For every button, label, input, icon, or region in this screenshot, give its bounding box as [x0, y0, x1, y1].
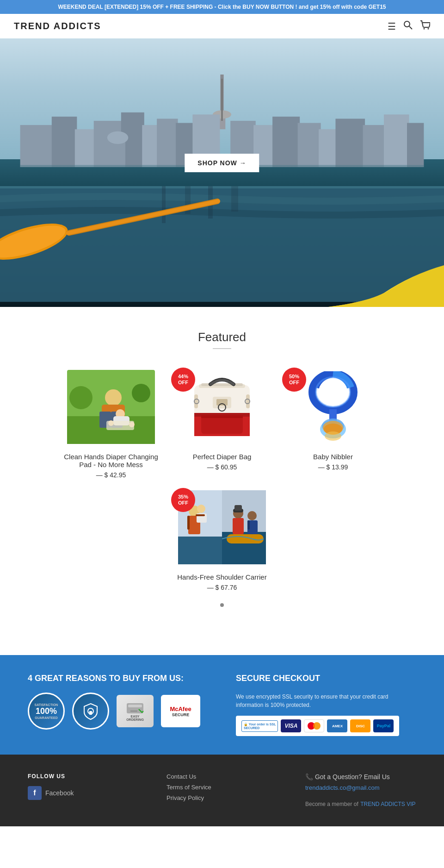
svg-rect-7 [221, 79, 223, 121]
footer-vip-text: Become a member of TREND ADDICTS VIP [305, 799, 416, 808]
paypal-card: PayPal [373, 719, 394, 732]
logo[interactable]: TREND ADDICTS [14, 21, 101, 31]
svg-rect-22 [335, 119, 365, 168]
payment-badges: 🔒 Your order is SSL SECURED VISA AMEX DI… [236, 716, 399, 736]
svg-rect-51 [106, 421, 134, 430]
svg-rect-10 [75, 130, 96, 168]
product-card-carrier[interactable]: 35%OFF [171, 488, 273, 591]
footer-follow-us: FOLLOW US f Facebook [28, 773, 139, 808]
product-card-diaper-pad[interactable]: Clean Hands Diaper Changing Pad - No Mor… [60, 368, 162, 479]
product-card-diaper-bag[interactable]: 44%OFF [171, 368, 273, 479]
svg-point-73 [325, 431, 341, 441]
svg-rect-31 [162, 186, 166, 223]
announcement-bar: WEEKEND DEAL [EXTENDED] 15% OFF + FREE S… [0, 0, 444, 14]
diaper-pad-image [67, 370, 155, 444]
svg-point-79 [197, 505, 205, 513]
pagination-dot-1[interactable] [220, 603, 224, 607]
svg-point-0 [404, 21, 410, 27]
footer-question-text: 📞 Got a Question? Email Us [305, 773, 416, 781]
footer-link-contact[interactable]: Contact Us [166, 773, 278, 780]
footer-become-label: Become a member of [305, 801, 358, 807]
svg-point-72 [316, 377, 350, 407]
hero-background [0, 38, 444, 307]
badge-secure [72, 693, 109, 730]
header-icons: ☰ [388, 20, 430, 32]
svg-line-1 [409, 26, 412, 29]
product-image-nibbler: 50%OFF [282, 368, 384, 446]
svg-rect-21 [319, 130, 338, 168]
svg-rect-82 [196, 514, 205, 516]
featured-divider [213, 348, 231, 349]
product-card-nibbler[interactable]: 50%OFF [282, 368, 384, 479]
svg-rect-13 [142, 125, 159, 167]
footer-links-col: Contact Us Terms of Service Privacy Poli… [166, 773, 278, 808]
svg-point-88 [247, 511, 257, 520]
header: TREND ADDICTS ☰ [0, 14, 444, 38]
svg-point-3 [428, 28, 429, 30]
badge-mcafee: McAfee SECURE [161, 695, 200, 727]
footer-email[interactable]: trendaddicts.co@gmail.com [305, 784, 416, 791]
svg-rect-58 [201, 383, 243, 386]
svg-rect-90 [227, 534, 264, 543]
svg-point-2 [424, 28, 425, 30]
featured-section: Featured [0, 307, 444, 637]
search-icon[interactable] [403, 20, 413, 32]
skyline-svg [0, 75, 444, 167]
footer-link-terms[interactable]: Terms of Service [166, 784, 278, 791]
svg-rect-25 [407, 123, 424, 167]
svg-rect-8 [20, 125, 54, 167]
kayak-svg [328, 265, 444, 307]
footer-contact-col: 📞 Got a Question? Email Us trendaddicts.… [305, 773, 416, 808]
product-image-diaper-pad [60, 368, 162, 446]
diaper-bag-image [185, 371, 259, 443]
kayak [328, 265, 444, 307]
svg-rect-60 [246, 394, 250, 408]
svg-rect-81 [187, 516, 190, 530]
discover-card: DISC [350, 719, 370, 732]
svg-point-41 [69, 386, 92, 409]
svg-point-27 [107, 131, 128, 144]
svg-rect-19 [272, 117, 300, 167]
product-name-carrier: Hands-Free Shoulder Carrier [171, 573, 273, 581]
badge-satisfaction: SATISFACTION 100% GUARANTEED [28, 693, 65, 730]
ssl-badge: 🔒 Your order is SSL SECURED [241, 720, 278, 732]
facebook-icon: f [28, 786, 42, 800]
product-badge-carrier: 35%OFF [171, 488, 195, 512]
svg-rect-56 [201, 415, 243, 418]
footer-follow-heading: FOLLOW US [28, 773, 139, 780]
product-name-diaper-pad: Clean Hands Diaper Changing Pad - No Mor… [60, 453, 162, 468]
product-name-diaper-bag: Perfect Diaper Bag [171, 453, 273, 461]
svg-rect-85 [233, 518, 244, 534]
footer-vip-link[interactable]: TREND ADDICTS VIP [360, 801, 415, 807]
nav-menu-icon[interactable]: ☰ [388, 21, 396, 32]
svg-rect-14 [157, 119, 178, 168]
svg-rect-62 [216, 399, 228, 406]
trust-left: 4 GREAT REASONS TO BUY FROM US: SATISFAC… [28, 674, 208, 736]
svg-rect-23 [363, 125, 386, 167]
badge-easy: EASY ORDERING [117, 695, 154, 727]
facebook-label: Facebook [45, 789, 74, 797]
product-image-diaper-bag: 44%OFF [171, 368, 273, 446]
cart-icon[interactable] [420, 20, 430, 32]
svg-point-43 [105, 389, 122, 406]
svg-rect-34 [231, 186, 238, 212]
shop-now-button[interactable]: SHOP NOW → [185, 154, 259, 172]
trust-right-title: SECURE CHECKOUT [236, 674, 416, 683]
svg-rect-76 [178, 537, 222, 564]
hero-section: SHOP NOW → [0, 38, 444, 307]
trust-right: SECURE CHECKOUT We use encrypted SSL sec… [236, 674, 416, 736]
footer-link-privacy[interactable]: Privacy Policy [166, 794, 278, 801]
facebook-link[interactable]: f Facebook [28, 786, 139, 800]
svg-rect-87 [234, 505, 242, 511]
svg-rect-93 [89, 711, 92, 715]
pagination [18, 591, 426, 618]
svg-rect-9 [52, 117, 77, 167]
products-grid: Clean Hands Diaper Changing Pad - No Mor… [18, 368, 426, 591]
svg-rect-91 [247, 520, 250, 530]
amex-card: AMEX [327, 719, 347, 732]
product-price-nibbler: — $ 13.99 [282, 463, 384, 471]
trust-badges: SATISFACTION 100% GUARANTEED [28, 693, 208, 730]
product-price-carrier: — $ 67.76 [171, 584, 273, 591]
visa-card: VISA [281, 719, 301, 732]
svg-point-42 [132, 384, 150, 402]
